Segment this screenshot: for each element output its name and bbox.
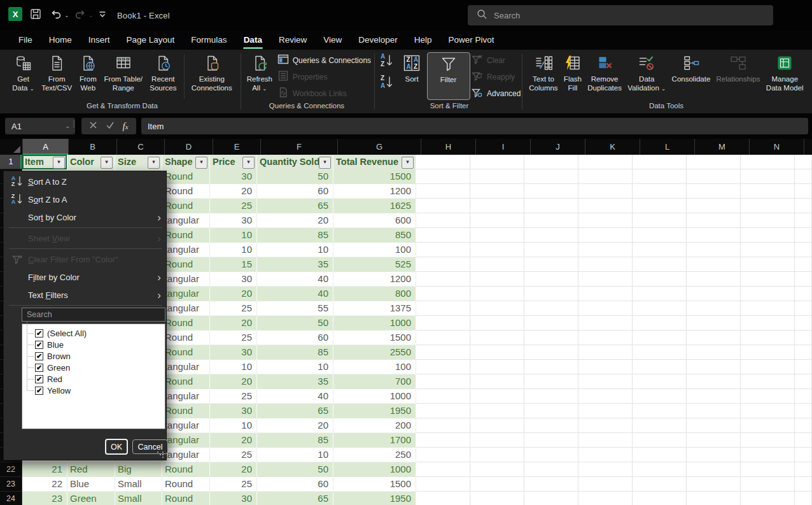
filter-value-option-brown[interactable]: ✔Brown: [22, 350, 165, 362]
header-cell-color[interactable]: Color▾: [67, 155, 115, 169]
cell[interactable]: [795, 228, 812, 243]
cell[interactable]: [416, 184, 470, 199]
cell[interactable]: [578, 374, 633, 389]
cell[interactable]: 30: [210, 404, 257, 418]
cell[interactable]: [633, 477, 687, 492]
cell[interactable]: [795, 243, 812, 257]
cell[interactable]: [416, 287, 470, 301]
cell[interactable]: [687, 389, 741, 404]
cell[interactable]: [416, 462, 470, 477]
cell[interactable]: [795, 155, 812, 169]
cell[interactable]: [470, 433, 524, 448]
cell[interactable]: [578, 169, 633, 184]
ok-button[interactable]: OK: [105, 439, 128, 455]
cell[interactable]: [416, 477, 470, 492]
remove-duplicates-button[interactable]: RemoveDuplicates: [587, 52, 622, 92]
name-box-caret-icon[interactable]: ⌄: [65, 123, 70, 129]
name-box[interactable]: A1 ⌄: [5, 118, 75, 134]
cell[interactable]: [687, 199, 741, 213]
checkbox-blue[interactable]: ✔: [35, 341, 43, 349]
filter-menu-item-sort-by-color[interactable]: Sort by Color›: [4, 208, 166, 226]
existing-connections-button[interactable]: ExistingConnections: [192, 52, 232, 92]
cell[interactable]: [416, 213, 470, 228]
cell[interactable]: [633, 492, 687, 505]
cell[interactable]: [741, 287, 795, 301]
cell[interactable]: Rectangular: [162, 448, 210, 462]
cell[interactable]: [524, 169, 578, 184]
cell[interactable]: [633, 374, 687, 389]
cell[interactable]: [741, 418, 795, 433]
cell[interactable]: 50: [257, 316, 333, 331]
cell[interactable]: [578, 477, 633, 492]
cell[interactable]: [687, 155, 741, 169]
cell[interactable]: 10: [210, 360, 257, 374]
cell[interactable]: [578, 448, 633, 462]
cell[interactable]: [524, 316, 578, 331]
cell[interactable]: Round: [162, 477, 210, 492]
cell[interactable]: 10: [210, 243, 257, 257]
cell[interactable]: [470, 228, 524, 243]
cell[interactable]: [795, 287, 812, 301]
cell[interactable]: [741, 331, 795, 345]
cell[interactable]: Round: [162, 228, 210, 243]
cell[interactable]: [524, 374, 578, 389]
tab-help[interactable]: Help: [406, 31, 440, 50]
cell[interactable]: [470, 272, 524, 287]
cell[interactable]: [416, 418, 470, 433]
row-header-22[interactable]: 22: [0, 462, 22, 477]
cell[interactable]: 10: [210, 418, 257, 433]
cell[interactable]: [795, 477, 812, 492]
flash-fill-button[interactable]: FlashFill: [564, 52, 582, 92]
column-header-e[interactable]: E: [213, 139, 260, 155]
filter-dropdown-button-size[interactable]: ▾: [148, 157, 160, 169]
cell[interactable]: [687, 331, 741, 345]
cell[interactable]: 50: [257, 169, 333, 184]
cell[interactable]: [633, 418, 687, 433]
cell[interactable]: [633, 287, 687, 301]
cell[interactable]: 20: [210, 316, 257, 331]
cell[interactable]: [578, 433, 633, 448]
cell[interactable]: [687, 404, 741, 418]
header-cell-size[interactable]: Size▾: [115, 155, 162, 169]
cell[interactable]: 30: [210, 492, 257, 505]
tab-power-pivot[interactable]: Power Pivot: [440, 31, 503, 50]
cell[interactable]: [416, 243, 470, 257]
cell[interactable]: [578, 345, 633, 360]
column-header-n[interactable]: N: [749, 139, 804, 155]
filter-dropdown-button-total-revenue[interactable]: ▾: [402, 157, 414, 169]
column-header-j[interactable]: J: [530, 139, 585, 155]
cell[interactable]: Round: [162, 492, 210, 505]
cell[interactable]: [741, 360, 795, 374]
cell[interactable]: [633, 448, 687, 462]
cell[interactable]: [470, 448, 524, 462]
header-cell-total-revenue[interactable]: Total Revenue▾: [333, 155, 416, 169]
cell[interactable]: Round: [162, 404, 210, 418]
tab-data[interactable]: Data: [235, 31, 270, 50]
cell[interactable]: [416, 169, 470, 184]
cell[interactable]: Round: [162, 374, 210, 389]
cell[interactable]: [741, 374, 795, 389]
refresh-all-button[interactable]: RefreshAll⌄: [242, 52, 277, 93]
cell[interactable]: [578, 257, 633, 272]
cell[interactable]: [687, 345, 741, 360]
cell[interactable]: [578, 272, 633, 287]
cell[interactable]: 10: [257, 360, 333, 374]
cell[interactable]: [795, 272, 812, 287]
cell[interactable]: 1625: [333, 199, 416, 213]
sort-button[interactable]: ZAAZSort: [398, 52, 426, 84]
cell[interactable]: Round: [162, 169, 210, 184]
cell[interactable]: [741, 492, 795, 505]
header-cell-item[interactable]: Item▾: [22, 155, 67, 169]
cell[interactable]: [524, 448, 578, 462]
cell[interactable]: 22: [22, 477, 67, 492]
cell[interactable]: 525: [333, 257, 416, 272]
cell[interactable]: [687, 228, 741, 243]
filter-button[interactable]: Filter: [427, 52, 470, 100]
cell[interactable]: 85: [257, 345, 333, 360]
cell[interactable]: [416, 228, 470, 243]
cell[interactable]: [633, 345, 687, 360]
cell[interactable]: [416, 272, 470, 287]
cell[interactable]: [416, 345, 470, 360]
tab-view[interactable]: View: [315, 31, 350, 50]
cell[interactable]: [524, 389, 578, 404]
